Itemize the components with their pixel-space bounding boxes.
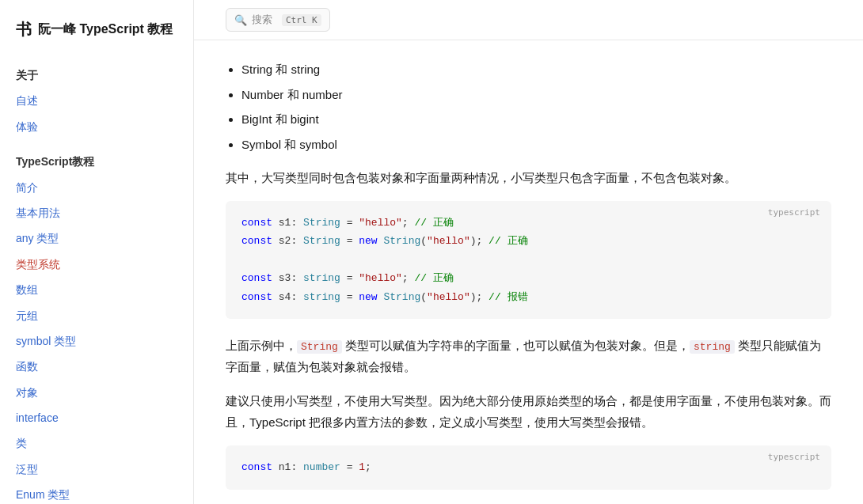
- book-icon: 书: [16, 19, 32, 40]
- sidebar-item-zishu[interactable]: 自述: [0, 88, 193, 113]
- sidebar-item-generic[interactable]: 泛型: [0, 457, 193, 482]
- para2-mid1: 类型可以赋值为字符串的字面量，也可以赋值为包装对象。但是，: [342, 339, 690, 352]
- sidebar-item-symbol[interactable]: symbol 类型: [0, 328, 193, 354]
- para2-code1: String: [297, 340, 342, 354]
- bullet-list: String 和 string Number 和 number BigInt 和…: [226, 59, 831, 154]
- site-title: 阮一峰 TypeScript 教程: [38, 21, 173, 38]
- content-area: String 和 string Number 和 number BigInt 和…: [226, 59, 831, 490]
- sidebar-item-enum[interactable]: Enum 类型: [0, 482, 193, 504]
- search-shortcut: Ctrl K: [282, 14, 321, 26]
- sidebar-section-ts: TypeScript教程: [0, 149, 193, 174]
- code-lang-2: typescript: [768, 452, 820, 462]
- topbar: 🔍 搜索 Ctrl K: [194, 0, 863, 40]
- sidebar-item-any[interactable]: any 类型: [0, 225, 193, 251]
- sidebar-item-interface[interactable]: interface: [0, 405, 193, 430]
- list-item: BigInt 和 bigint: [241, 109, 831, 130]
- sidebar-item-tuple[interactable]: 元组: [0, 303, 193, 328]
- para-1: 其中，大写类型同时包含包装对象和字面量两种情况，小写类型只包含字面量，不包含包装…: [226, 167, 831, 188]
- code-block-1: typescript const s1: String = "hello"; /…: [226, 201, 831, 319]
- sidebar-item-jibenyongfa[interactable]: 基本用法: [0, 200, 193, 225]
- sidebar-item-tiyan[interactable]: 体验: [0, 114, 193, 139]
- sidebar-logo: 书 阮一峰 TypeScript 教程: [0, 13, 193, 53]
- sidebar-item-array[interactable]: 数组: [0, 277, 193, 302]
- sidebar-item-leixing[interactable]: 类型系统: [0, 252, 193, 277]
- search-icon: 🔍: [234, 14, 247, 26]
- sidebar-item-func[interactable]: 函数: [0, 354, 193, 379]
- sidebar-item-jianjie[interactable]: 简介: [0, 175, 193, 200]
- sidebar-item-class[interactable]: 类: [0, 430, 193, 456]
- sidebar-item-obj[interactable]: 对象: [0, 380, 193, 405]
- search-placeholder: 搜索: [252, 13, 272, 27]
- sidebar: 书 阮一峰 TypeScript 教程 关于 自述 体验 TypeScript教…: [0, 0, 194, 504]
- para-2: 上面示例中，String 类型可以赋值为字符串的字面量，也可以赋值为包装对象。但…: [226, 335, 831, 377]
- main-content: 🔍 搜索 Ctrl K String 和 string Number 和 num…: [194, 0, 863, 504]
- code-pre-2: const n1: number = 1;: [241, 458, 815, 476]
- list-item: String 和 string: [241, 59, 831, 80]
- para2-code2: string: [690, 340, 735, 354]
- code-block-2: typescript const n1: number = 1;: [226, 445, 831, 489]
- sidebar-section-about: 关于: [0, 63, 193, 88]
- list-item: Symbol 和 symbol: [241, 135, 831, 155]
- list-item: Number 和 number: [241, 85, 831, 105]
- search-box[interactable]: 🔍 搜索 Ctrl K: [226, 8, 330, 32]
- code-lang-1: typescript: [768, 207, 820, 218]
- para2-pre: 上面示例中，: [226, 339, 297, 352]
- para-3: 建议只使用小写类型，不使用大写类型。因为绝大部分使用原始类型的场合，都是使用字面…: [226, 390, 831, 433]
- code-pre-1: const s1: String = "hello"; // 正确 const …: [241, 214, 815, 306]
